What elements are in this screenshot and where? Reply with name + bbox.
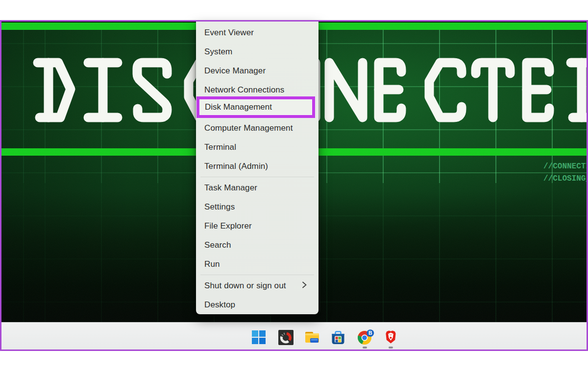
svg-text:B: B [368,330,372,336]
